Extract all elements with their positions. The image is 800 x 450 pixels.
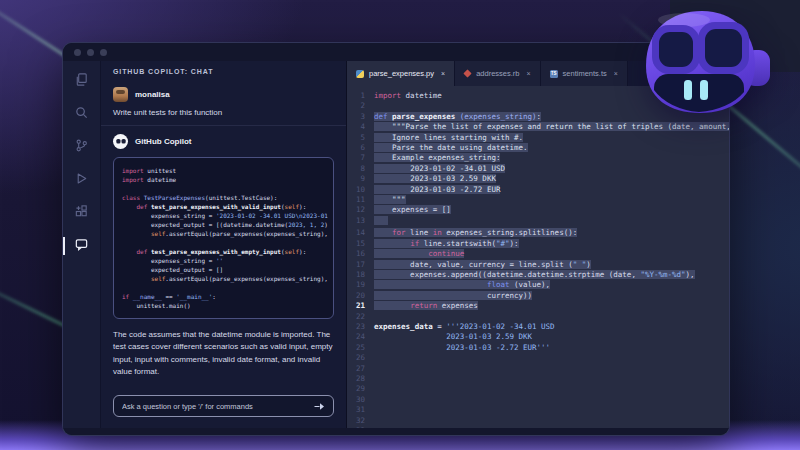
mascot-goggle-lens-right xyxy=(705,29,742,67)
user-avatar xyxy=(113,87,128,102)
line-number: 1 xyxy=(347,91,374,101)
editor-code-line: 29 xyxy=(347,384,729,394)
line-number: 8 xyxy=(347,164,374,174)
chat-input[interactable] xyxy=(122,402,308,411)
line-content: """ xyxy=(374,195,406,205)
window-maximize-button[interactable] xyxy=(100,49,107,56)
line-content: 2023-01-03 2.59 DKK xyxy=(374,332,532,342)
tab-label: sentiments.ts xyxy=(563,69,607,78)
mascot-goggle-lens-left xyxy=(659,32,693,67)
line-number: 14 xyxy=(347,228,374,238)
search-icon xyxy=(74,105,89,124)
line-number: 26 xyxy=(347,353,374,363)
sidebar-item-extensions[interactable] xyxy=(63,201,101,225)
window-minimize-button[interactable] xyxy=(87,49,94,56)
tab-addresses.rb[interactable]: addresses.rb× xyxy=(455,61,540,86)
line-number: 10 xyxy=(347,185,374,195)
sidebar-item-run-debug[interactable] xyxy=(63,168,101,192)
ruby-file-icon xyxy=(463,69,471,77)
editor-code-line: 21 return expenses xyxy=(347,301,729,311)
line-number: 28 xyxy=(347,374,374,384)
chat-code-block: import unittestimport datetime class Tes… xyxy=(113,157,334,319)
extensions-icon xyxy=(74,204,89,223)
sidebar-item-search[interactable] xyxy=(63,102,101,126)
send-icon[interactable] xyxy=(314,402,325,411)
assistant-name: GitHub Copilot xyxy=(135,137,191,146)
line-content xyxy=(374,101,379,111)
tab-parse_expenses.py[interactable]: parse_expenses.py× xyxy=(347,61,455,86)
mascot-tooth xyxy=(700,80,708,100)
editor-code-line: 20 currency)) xyxy=(347,291,729,301)
editor-code-line: 10 2023-01-03 -2.72 EUR xyxy=(347,185,729,195)
line-number: 6 xyxy=(347,143,374,153)
files-icon xyxy=(74,72,89,91)
line-content: Example expenses_string: xyxy=(374,153,500,163)
close-icon[interactable]: × xyxy=(614,70,618,77)
tab-label: parse_expenses.py xyxy=(369,69,434,78)
editor-code-line: 8 2023-01-02 -34.01 USD xyxy=(347,164,729,174)
vscode-window: GITHUB COPILOT: CHAT monalisa Write unit… xyxy=(62,42,730,436)
chat-code-line: def test_parse_expenses_with_valid_input… xyxy=(122,202,325,211)
chat-code-line xyxy=(122,184,325,193)
line-content: """Parse the list of expenses and return… xyxy=(374,122,729,132)
typescript-file-icon: TS xyxy=(550,70,558,78)
line-number: 2 xyxy=(347,101,374,111)
editor-code-line: 25 2023-01-03 -2.72 EUR''' xyxy=(347,343,729,353)
editor-code-line: 27 xyxy=(347,364,729,374)
line-number: 30 xyxy=(347,395,374,405)
line-number: 32 xyxy=(347,416,374,426)
editor-code-line: 31 xyxy=(347,405,729,415)
editor-code-line: 19 float (value), xyxy=(347,280,729,290)
chat-code-line: unittest.main() xyxy=(122,301,325,310)
line-number: 29 xyxy=(347,384,374,394)
mascot-tooth xyxy=(684,80,692,100)
chat-code-line: if __name__ == '__main__': xyxy=(122,292,325,301)
editor-code-line: 12 expenses = [] xyxy=(347,205,729,215)
line-number: 3 xyxy=(347,112,374,122)
line-number: 13 xyxy=(347,216,374,228)
copilot-mascot xyxy=(632,4,774,120)
sidebar-item-source-control[interactable] xyxy=(63,135,101,159)
line-content xyxy=(374,216,388,228)
editor-code-line: 9 2023-01-03 2.59 DKK xyxy=(347,174,729,184)
assistant-message-header: GitHub Copilot xyxy=(113,134,334,149)
line-content xyxy=(374,374,379,384)
editor-code-line: 23expenses_data = '''2023-01-02 -34.01 U… xyxy=(347,322,729,332)
chat-input-container xyxy=(113,395,334,417)
line-number: 31 xyxy=(347,405,374,415)
sidebar-item-copilot-chat[interactable] xyxy=(63,234,101,258)
line-number: 16 xyxy=(347,249,374,259)
line-number: 20 xyxy=(347,291,374,301)
editor-code-line: 26 xyxy=(347,353,729,363)
editor-code-line: 32 xyxy=(347,416,729,426)
chat-code-line: self.assertEqual(parse_expenses(expenses… xyxy=(122,229,325,238)
line-content xyxy=(374,353,379,363)
line-content: expenses.append((datetime.datetime.strpt… xyxy=(374,270,695,280)
chat-code-line: import datetime xyxy=(122,175,325,184)
sidebar-item-explorer[interactable] xyxy=(63,69,101,93)
editor-code-line: 18 expenses.append((datetime.datetime.st… xyxy=(347,270,729,280)
copilot-goggles-icon xyxy=(116,138,126,145)
chat-code-line: expenses_string = '2023-01-02 -34.01 USD… xyxy=(122,211,325,220)
line-number: 19 xyxy=(347,280,374,290)
editor-code-line: 11 """ xyxy=(347,195,729,205)
line-content: def parse_expenses (expenses_string): xyxy=(374,112,541,122)
tab-sentiments.ts[interactable]: TSsentiments.ts× xyxy=(541,61,628,86)
line-number: 4 xyxy=(347,122,374,132)
line-content: currency)) xyxy=(374,291,532,301)
line-content xyxy=(374,312,379,322)
chat-code-line: expected_output = [] xyxy=(122,265,325,274)
editor-code-line: 4 """Parse the list of expenses and retu… xyxy=(347,122,729,132)
chat-code-line: expected_output = [(datetime.datetime(20… xyxy=(122,220,325,229)
line-content: Ignore lines starting with #. xyxy=(374,133,523,143)
window-close-button[interactable] xyxy=(74,49,81,56)
chat-code-line: class TestParseExpenses(unittest.TestCas… xyxy=(122,193,325,202)
line-content: 2023-01-03 2.59 DKK xyxy=(374,174,496,184)
line-number: 24 xyxy=(347,332,374,342)
close-icon[interactable]: × xyxy=(441,70,445,77)
editor-code-line: 15 if line.startswith("#"): xyxy=(347,239,729,249)
editor-code[interactable]: 1import datetime2 3def parse_expenses (e… xyxy=(347,86,729,428)
chat-code-line: def test_parse_expenses_with_empty_input… xyxy=(122,247,325,256)
line-number: 9 xyxy=(347,174,374,184)
close-icon[interactable]: × xyxy=(527,70,531,77)
